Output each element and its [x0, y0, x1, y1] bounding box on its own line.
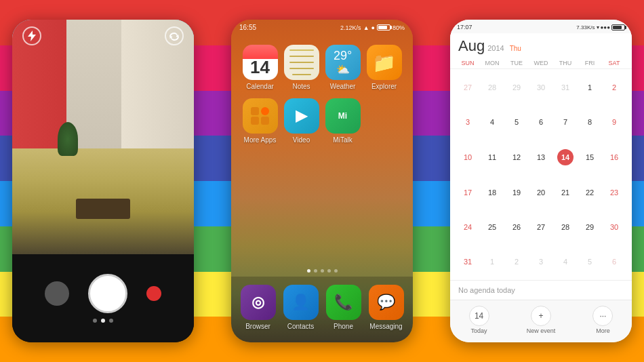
- more-apps-label: More Apps: [244, 136, 277, 144]
- cal-cell[interactable]: 3: [456, 105, 480, 140]
- battery-tip: [390, 26, 392, 29]
- cal-cell[interactable]: 22: [578, 175, 602, 209]
- cal-cell[interactable]: 25: [480, 209, 504, 244]
- home-dot-1: [307, 269, 310, 273]
- cal-battery-tip: [625, 26, 626, 29]
- phones-container: 16:55 2.12K/s ▲ ● 80% 14 Calendar: [0, 0, 644, 362]
- network-speed: 2.12K/s: [340, 24, 361, 31]
- more-button[interactable]: ··· More: [592, 306, 613, 334]
- dock-contacts[interactable]: 👤 Contacts: [279, 282, 322, 333]
- more-icon: ···: [592, 306, 613, 326]
- video-record-button[interactable]: [146, 286, 161, 301]
- cal-cell[interactable]: 3: [529, 244, 553, 279]
- weekday-sat: SAT: [602, 58, 626, 68]
- app-notes[interactable]: Notes: [281, 42, 322, 93]
- cal-month: Aug: [458, 37, 485, 55]
- cal-cell[interactable]: 12: [504, 140, 529, 176]
- cal-cell[interactable]: 27: [529, 209, 553, 244]
- weekday-thu: THU: [553, 58, 578, 68]
- cal-cell[interactable]: 9: [602, 105, 626, 140]
- cal-cell[interactable]: 16: [602, 140, 626, 176]
- cal-cell[interactable]: 30: [529, 71, 553, 105]
- weekday-fri: FRI: [578, 58, 602, 68]
- cal-cell[interactable]: 24: [456, 209, 480, 244]
- cal-cell[interactable]: 15: [578, 140, 602, 176]
- cal-cell[interactable]: 11: [480, 140, 504, 176]
- cal-cell[interactable]: 1: [480, 244, 504, 279]
- explorer-label: Explorer: [371, 83, 397, 90]
- home-page-dots: [231, 265, 413, 277]
- phone-calendar: 17:07 7.33K/s ▾ ●●● Aug 2014 Thu SUN MON…: [450, 20, 632, 342]
- dock-messaging[interactable]: 💬 Messaging: [365, 282, 407, 333]
- lightning-icon[interactable]: [22, 26, 41, 45]
- weather-temp: 29°: [334, 49, 352, 63]
- camera-top-icons: [12, 26, 194, 45]
- flip-camera-icon[interactable]: [165, 26, 184, 45]
- cal-cell[interactable]: 8: [578, 105, 602, 140]
- today-button[interactable]: 14 Today: [469, 306, 489, 334]
- cal-cell[interactable]: 21: [553, 175, 578, 209]
- shutter-button[interactable]: [88, 274, 127, 313]
- dock-browser[interactable]: ◎ Browser: [237, 282, 279, 333]
- app-calendar[interactable]: 14 Calendar: [239, 42, 281, 93]
- cal-cell[interactable]: 7: [553, 105, 578, 140]
- room-plant: [58, 122, 78, 156]
- new-event-icon: +: [531, 306, 551, 326]
- cal-battery: [611, 24, 625, 31]
- cal-network: 7.33K/s: [576, 24, 595, 31]
- app-more[interactable]: More Apps: [239, 96, 281, 146]
- room-table: [76, 199, 130, 219]
- cal-cell[interactable]: 20: [529, 175, 553, 209]
- app-explorer[interactable]: 📁 Explorer: [363, 42, 405, 93]
- calendar-label: Calendar: [246, 83, 274, 90]
- cal-cell[interactable]: 29: [578, 209, 602, 244]
- app-video[interactable]: ▶ Video: [281, 96, 322, 146]
- cal-cell[interactable]: 30: [602, 209, 626, 244]
- svg-marker-0: [28, 31, 36, 41]
- more-apps-icon: [243, 98, 278, 134]
- cal-cell[interactable]: 31: [553, 71, 578, 105]
- cal-cell[interactable]: 13: [529, 140, 553, 176]
- cal-cell[interactable]: 23: [602, 175, 626, 209]
- phone-camera: [12, 20, 194, 342]
- cal-cell[interactable]: 5: [504, 105, 529, 140]
- video-label: Video: [293, 136, 310, 144]
- app-mitalk[interactable]: Mi MiTalk: [322, 96, 363, 146]
- phone-home: 16:55 2.12K/s ▲ ● 80% 14 Calendar: [231, 20, 413, 342]
- cal-cell[interactable]: 10: [456, 140, 480, 176]
- cal-cell[interactable]: 6: [602, 244, 626, 279]
- cal-agenda: No agenda today: [450, 280, 632, 300]
- camera-mode-button[interactable]: [45, 281, 69, 306]
- cal-cell[interactable]: 5: [578, 244, 602, 279]
- cal-cell[interactable]: 19: [504, 175, 529, 209]
- cal-cell-today[interactable]: 14: [557, 149, 573, 165]
- cal-cell[interactable]: 4: [480, 105, 504, 140]
- new-event-button[interactable]: + New event: [527, 306, 556, 334]
- home-dot-3: [321, 269, 324, 273]
- camera-dot-2: [101, 319, 105, 323]
- cal-cell[interactable]: 28: [480, 71, 504, 105]
- cal-cell[interactable]: 18: [480, 175, 504, 209]
- cal-cell[interactable]: 17: [456, 175, 480, 209]
- app-weather[interactable]: 29° ⛅ Weather: [322, 42, 363, 93]
- dock-phone[interactable]: 📞 Phone: [322, 282, 365, 333]
- cal-cell[interactable]: 28: [553, 209, 578, 244]
- cal-cell[interactable]: 1: [578, 71, 602, 105]
- cal-cell[interactable]: 6: [529, 105, 553, 140]
- cal-cell[interactable]: 2: [602, 71, 626, 105]
- cal-cell[interactable]: 2: [504, 244, 529, 279]
- messaging-label: Messaging: [369, 323, 402, 330]
- cal-cell[interactable]: 26: [504, 209, 529, 244]
- cal-cell[interactable]: 4: [553, 244, 578, 279]
- app-placeholder: [363, 96, 405, 146]
- camera-dot-1: [93, 319, 97, 323]
- phone-label: Phone: [334, 323, 353, 330]
- wifi-icon: ●: [371, 24, 375, 31]
- cal-day-label: Thu: [510, 45, 521, 52]
- cal-cell[interactable]: 29: [504, 71, 529, 105]
- home-time: 16:55: [239, 24, 256, 31]
- home-status-bar: 16:55 2.12K/s ▲ ● 80%: [231, 20, 413, 31]
- cal-cell[interactable]: 31: [456, 244, 480, 279]
- battery-pct: 80%: [393, 24, 405, 31]
- cal-cell[interactable]: 27: [456, 71, 480, 105]
